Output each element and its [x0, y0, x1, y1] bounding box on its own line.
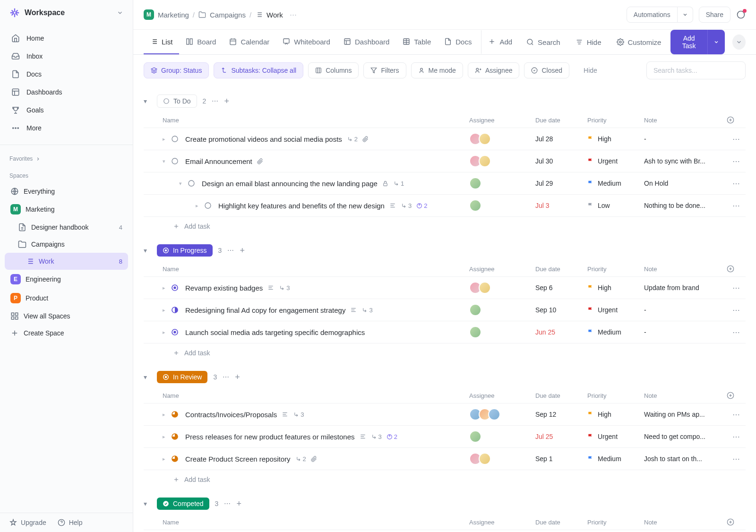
row-menu-icon[interactable]: ⋯ — [727, 432, 746, 441]
status-dot-icon[interactable] — [171, 433, 179, 440]
add-task-button[interactable]: Add Task — [670, 30, 707, 54]
more-actions-button[interactable] — [732, 34, 746, 50]
subtask-icon[interactable]: 1 — [393, 180, 404, 187]
row-menu-icon[interactable]: ⋯ — [727, 410, 746, 419]
row-menu-icon[interactable]: ⋯ — [727, 157, 746, 166]
col-header-priority[interactable]: Priority — [587, 266, 644, 273]
row-expand-icon[interactable]: ▸ — [163, 434, 171, 440]
favorites-label[interactable]: Favorites — [0, 149, 133, 166]
col-header-name[interactable]: Name — [163, 117, 469, 124]
avatar[interactable] — [479, 155, 491, 167]
row-menu-icon[interactable]: ⋯ — [727, 283, 746, 292]
tab-whiteboard[interactable]: Whiteboard — [276, 30, 337, 54]
avatar[interactable] — [469, 199, 481, 212]
assignee-cell[interactable] — [469, 453, 535, 465]
note-cell[interactable]: Ash to sync with Br... — [644, 157, 727, 165]
chip-subtasks[interactable]: Subtasks: Collapse all — [214, 62, 303, 78]
group-collapse-icon[interactable]: ▾ — [144, 247, 151, 254]
group-collapse-icon[interactable]: ▾ — [144, 97, 151, 105]
hide-filters-link[interactable]: Hide — [577, 63, 604, 78]
avatar[interactable] — [488, 408, 500, 420]
chip-filters[interactable]: Filters — [363, 62, 406, 78]
status-dot-icon[interactable] — [188, 180, 195, 187]
attachment-icon[interactable] — [257, 158, 263, 164]
tag-icon[interactable]: 2 — [416, 202, 427, 209]
row-expand-icon[interactable]: ▸ — [196, 203, 204, 209]
task-title[interactable]: Press releases for new product features … — [185, 433, 355, 441]
group-collapse-icon[interactable]: ▾ — [144, 373, 151, 381]
chip-me-mode[interactable]: Me mode — [411, 62, 463, 78]
due-date-cell[interactable]: Jul 3 — [535, 202, 587, 209]
doc-icon[interactable] — [267, 284, 274, 291]
status-dot-icon[interactable] — [204, 202, 212, 209]
breadcrumb-space[interactable]: Marketing — [158, 11, 189, 19]
due-date-cell[interactable]: Sep 6 — [535, 284, 587, 292]
status-pill[interactable]: To Do — [157, 94, 197, 108]
task-row[interactable]: ▾ Design an email blast announcing the n… — [144, 172, 746, 195]
status-pill[interactable]: In Review — [157, 371, 207, 383]
note-cell[interactable]: On Hold — [644, 180, 727, 187]
notification-icon[interactable] — [736, 10, 746, 19]
subtask-icon[interactable]: 2 — [295, 455, 306, 463]
col-header-assignee[interactable]: Assignee — [469, 266, 535, 273]
col-header-priority[interactable]: Priority — [587, 519, 644, 526]
row-expand-icon[interactable]: ▸ — [163, 456, 171, 462]
task-title[interactable]: Redesigning final Ad copy for engagement… — [185, 306, 345, 314]
nav-more[interactable]: More — [5, 119, 128, 137]
row-expand-icon[interactable]: ▸ — [163, 136, 171, 142]
sidebar-space-product[interactable]: P Product — [5, 289, 128, 308]
sidebar-folder-campaigns[interactable]: Campaigns — [5, 236, 128, 253]
add-column-icon[interactable] — [727, 265, 746, 273]
priority-cell[interactable]: High — [587, 284, 644, 292]
priority-cell[interactable]: Urgent — [587, 433, 644, 440]
automations-dropdown[interactable] — [678, 7, 693, 23]
sidebar-create-space[interactable]: Create Space — [5, 325, 128, 342]
due-date-cell[interactable]: Sep 10 — [535, 306, 587, 314]
note-cell[interactable]: Update from brand — [644, 284, 727, 292]
sidebar-list-work[interactable]: Work 8 — [5, 253, 128, 270]
row-expand-icon[interactable]: ▸ — [163, 285, 171, 291]
task-title[interactable]: Create promotional videos and social med… — [185, 135, 342, 143]
status-pill[interactable]: In Progress — [157, 244, 213, 257]
search-view-button[interactable]: Search — [521, 34, 566, 50]
due-date-cell[interactable]: Sep 12 — [535, 411, 587, 418]
col-header-assignee[interactable]: Assignee — [469, 392, 535, 399]
avatar[interactable] — [469, 430, 481, 443]
attachment-icon[interactable] — [311, 456, 317, 462]
status-dot-icon[interactable] — [171, 306, 179, 314]
workspace-switcher[interactable]: Workspace — [0, 0, 133, 26]
priority-cell[interactable]: High — [587, 411, 644, 418]
doc-icon[interactable] — [282, 411, 288, 418]
task-title[interactable]: Email Announcement — [185, 157, 252, 165]
task-title[interactable]: Revamp existing badges — [185, 284, 263, 292]
row-menu-icon[interactable]: ⋯ — [727, 179, 746, 188]
col-header-note[interactable]: Note — [644, 519, 727, 526]
avatar[interactable] — [479, 453, 491, 465]
task-title[interactable]: Contracts/Invoices/Proposals — [185, 411, 277, 419]
nav-inbox[interactable]: Inbox — [5, 47, 128, 65]
avatar[interactable] — [479, 282, 491, 294]
attachment-icon[interactable] — [362, 136, 369, 142]
note-cell[interactable]: Josh to start on th... — [644, 455, 727, 463]
add-column-icon[interactable] — [727, 392, 746, 399]
task-row[interactable]: ▸ Create promotional videos and social m… — [144, 128, 746, 150]
status-dot-icon[interactable] — [171, 411, 179, 418]
col-header-note[interactable]: Note — [644, 266, 727, 273]
sidebar-everything[interactable]: Everything — [5, 183, 128, 200]
assignee-cell[interactable] — [469, 133, 535, 145]
row-expand-icon[interactable]: ▾ — [179, 180, 188, 187]
group-menu-icon[interactable]: ⋯ — [212, 97, 218, 105]
avatar[interactable] — [469, 304, 481, 316]
share-button[interactable]: Share — [699, 7, 730, 23]
status-dot-icon[interactable] — [171, 328, 179, 336]
group-add-icon[interactable]: + — [224, 96, 229, 106]
task-title[interactable]: Design an email blast announcing the new… — [202, 180, 378, 188]
subtask-icon[interactable]: 2 — [347, 136, 358, 143]
row-menu-icon[interactable]: ⋯ — [727, 306, 746, 315]
assignee-cell[interactable] — [469, 177, 535, 189]
automations-button[interactable]: Automations — [627, 7, 678, 23]
assignee-cell[interactable] — [469, 199, 535, 212]
col-header-priority[interactable]: Priority — [587, 117, 644, 124]
col-header-priority[interactable]: Priority — [587, 392, 644, 399]
sidebar-space-engineering[interactable]: E Engineering — [5, 270, 128, 289]
